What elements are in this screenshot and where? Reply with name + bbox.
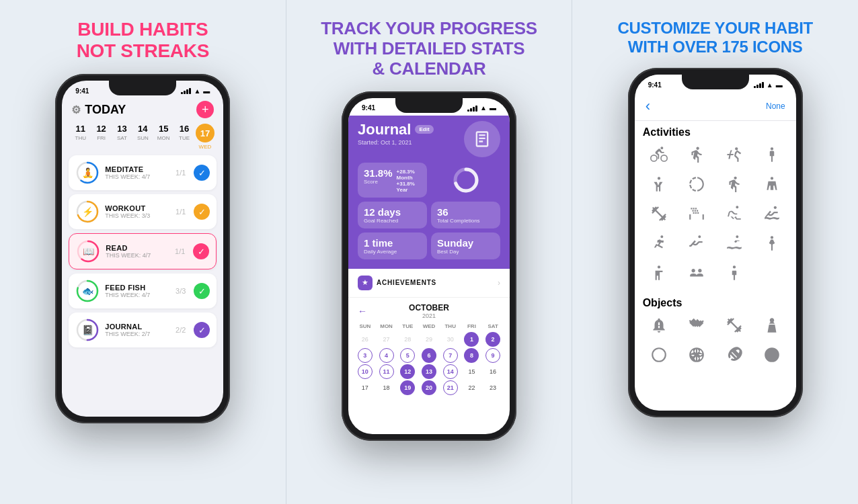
icon-sprint[interactable] <box>718 202 750 226</box>
cal-cell-12[interactable]: 12 <box>400 364 415 379</box>
icon-kettlebell[interactable] <box>756 313 788 337</box>
cal-cell-20[interactable]: 20 <box>422 380 436 395</box>
icon-football[interactable] <box>718 343 750 367</box>
habit-ring-read: 📖 <box>76 239 100 263</box>
icon-ski[interactable] <box>643 231 675 255</box>
cal-cell-29[interactable]: 29 <box>422 332 436 347</box>
icon-barbell[interactable] <box>718 313 750 337</box>
icon-dance[interactable] <box>680 172 713 196</box>
icon-balance[interactable] <box>643 261 675 285</box>
cal-hdr-mon: MON <box>377 322 397 331</box>
habit-name-read: READ <box>106 244 169 252</box>
battery-icon: ▬ <box>203 87 210 95</box>
habit-check-meditate[interactable]: ✓ <box>194 165 210 181</box>
panel-3: CUSTOMIZE YOUR HABIT WITH OVER 175 ICONS… <box>572 0 858 504</box>
achievements-row[interactable]: ★ ACHIEVEMENTS › <box>348 269 510 298</box>
cal-cell-8[interactable]: 8 <box>464 348 479 363</box>
icon-cheer[interactable] <box>756 172 788 196</box>
icon-group-activity[interactable] <box>680 261 713 285</box>
cal-day-fri[interactable]: 12 FRI <box>91 124 112 150</box>
icon-golf[interactable] <box>756 142 788 167</box>
cal-day-sat[interactable]: 13 SAT <box>112 124 132 150</box>
cal-cell-27[interactable]: 27 <box>379 332 394 347</box>
icon-hiking[interactable] <box>718 172 750 196</box>
wifi-icon-2: ▲ <box>480 104 487 112</box>
cal-day-sun[interactable]: 14 SUN <box>132 124 153 150</box>
cal-cell-16[interactable]: 16 <box>485 364 500 379</box>
cal-cell-5[interactable]: 5 <box>400 348 415 363</box>
cal-day-mon[interactable]: 15 MON <box>153 124 174 150</box>
habit-week-feedfish: THIS WEEK: 4/7 <box>105 292 170 298</box>
icon-yoga[interactable] <box>643 172 675 196</box>
cal-day-wed[interactable]: 17 WED <box>194 124 215 150</box>
icon-pushup[interactable] <box>643 202 675 226</box>
cal-cell-4[interactable]: 4 <box>379 348 394 363</box>
icon-cycling[interactable] <box>643 142 675 167</box>
habit-row-read[interactable]: 📖 READ THIS WEEK: 4/7 1/1 ✓ <box>69 233 217 269</box>
calendar-strip[interactable]: 11 THU 12 FRI 13 SAT 14 SUN 15 MON <box>62 124 223 155</box>
cal-cell-26[interactable]: 26 <box>358 332 373 347</box>
phone-3-notch <box>682 75 749 89</box>
habit-info-meditate: MEDITATE THIS WEEK: 4/7 <box>105 165 170 180</box>
cal-cell-30[interactable]: 30 <box>443 332 458 347</box>
habit-count-workout: 1/1 <box>176 208 186 216</box>
calendar-back-arrow[interactable]: ← <box>358 306 367 317</box>
cal-cell-22[interactable]: 22 <box>464 380 479 395</box>
icon-pickaxe[interactable] <box>680 313 713 337</box>
cal-day-tue[interactable]: 16 TUE <box>174 124 195 150</box>
habit-row-workout[interactable]: ⚡ WORKOUT THIS WEEK: 3/3 1/1 ✓ <box>69 194 217 229</box>
icon-running[interactable] <box>680 142 713 167</box>
none-button[interactable]: None <box>766 101 785 111</box>
icon-situp[interactable] <box>680 202 713 226</box>
cal-cell-1[interactable]: 1 <box>464 332 479 347</box>
signal-bar-7 <box>473 107 475 112</box>
cal-day-thu[interactable]: 11 THU <box>70 124 91 150</box>
today-title: ⚙ TODAY <box>71 103 126 117</box>
icon-basketball[interactable] <box>680 343 713 367</box>
icon-alarm[interactable] <box>643 313 675 337</box>
journal-title-section: Journal Edit Started: Oct 1, 2021 <box>358 121 434 146</box>
feedfish-icon: 🐟 <box>82 286 93 296</box>
icon-aquatics[interactable] <box>718 231 750 255</box>
habit-info-journal: JOURNAL THIS WEEK: 2/7 <box>105 323 170 337</box>
journal-edit-badge[interactable]: Edit <box>415 125 433 134</box>
cal-cell-23[interactable]: 23 <box>485 380 500 395</box>
cal-cell-11[interactable]: 11 <box>379 364 394 379</box>
cal-cell-7[interactable]: 7 <box>443 348 458 363</box>
cal-cell-10[interactable]: 10 <box>358 364 373 379</box>
cal-cell-13[interactable]: 13 <box>422 364 436 379</box>
habit-row-feedfish[interactable]: 🐟 FEED FISH THIS WEEK: 4/7 3/3 ✓ <box>69 274 217 308</box>
add-habit-button[interactable]: + <box>196 101 214 118</box>
icon-jumping[interactable] <box>680 231 713 255</box>
habit-check-read[interactable]: ✓ <box>193 243 209 259</box>
habit-check-workout[interactable]: ✓ <box>194 204 210 220</box>
habit-row-meditate[interactable]: 🧘 MEDITATE THIS WEEK: 4/7 1/1 ✓ <box>69 155 217 190</box>
cal-cell-15[interactable]: 15 <box>464 364 479 379</box>
habit-row-journal[interactable]: 📓 JOURNAL THIS WEEK: 2/7 2/2 ✓ <box>69 312 217 347</box>
cal-cell-17[interactable]: 17 <box>358 380 373 395</box>
gear-icon[interactable]: ⚙ <box>71 103 81 116</box>
habit-check-feedfish[interactable]: ✓ <box>194 283 210 299</box>
cal-cell-2[interactable]: 2 <box>485 332 500 347</box>
cal-cell-21[interactable]: 21 <box>443 380 458 395</box>
icon-stretch[interactable] <box>718 261 750 285</box>
icon-trophy[interactable] <box>756 231 788 255</box>
stat-card-score: 31.8% Score +28.3% Month +31.8% Year <box>358 163 427 198</box>
habit-check-journal[interactable]: ✓ <box>194 322 210 338</box>
cal-cell-19[interactable]: 19 <box>400 380 415 395</box>
cal-cell-9[interactable]: 9 <box>485 348 500 363</box>
cal-cell-18[interactable]: 18 <box>379 380 394 395</box>
journal-title-text: Journal <box>358 121 411 138</box>
icon-gymnastics[interactable] <box>718 142 750 167</box>
cal-cell-14[interactable]: 14 <box>443 364 458 379</box>
signal-bar-8 <box>475 106 477 112</box>
back-button[interactable]: ‹ <box>646 97 650 115</box>
icon-baseball[interactable] <box>643 343 675 367</box>
icon-volleyball[interactable] <box>756 343 788 367</box>
cal-cell-3[interactable]: 3 <box>358 348 373 363</box>
icon-swim[interactable] <box>756 202 788 226</box>
stats-grid: 31.8% Score +28.3% Month +31.8% Year <box>358 163 500 259</box>
cal-cell-28[interactable]: 28 <box>400 332 415 347</box>
cal-cell-6[interactable]: 6 <box>422 348 436 363</box>
habit-count-journal: 2/2 <box>176 326 186 334</box>
